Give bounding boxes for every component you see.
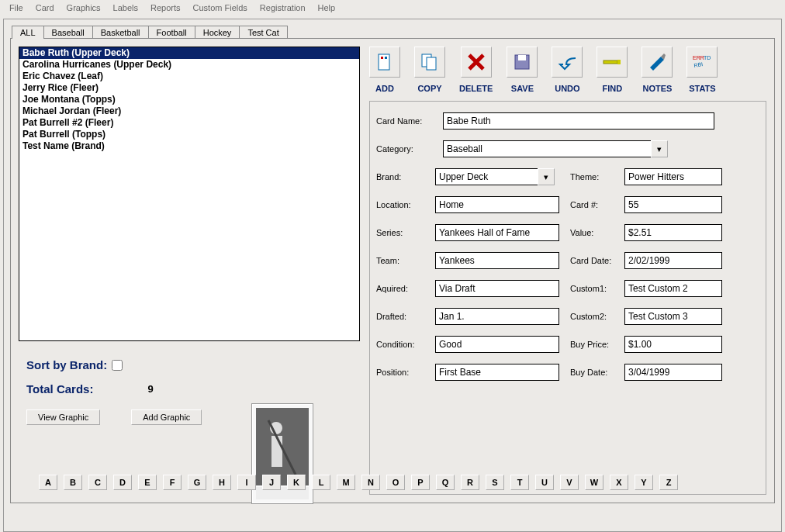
alpha-q[interactable]: Q <box>436 475 455 490</box>
alpha-i[interactable]: I <box>237 475 256 490</box>
buy-price-input[interactable] <box>624 336 722 353</box>
alpha-n[interactable]: N <box>361 475 380 490</box>
tab-football[interactable]: Football <box>148 26 195 39</box>
sort-by-brand-checkbox[interactable] <box>112 360 123 371</box>
aquired-input[interactable] <box>435 280 559 297</box>
buy-date-input[interactable] <box>624 364 722 381</box>
buy-date-label: Buy Date: <box>570 368 624 377</box>
alpha-m[interactable]: M <box>337 475 355 490</box>
add-icon[interactable] <box>369 47 400 78</box>
custom1-input[interactable] <box>624 280 722 297</box>
alpha-w[interactable]: W <box>585 475 603 490</box>
alpha-f[interactable]: F <box>163 475 182 490</box>
stats-button[interactable]: ERRTDRBISTATS <box>686 47 718 93</box>
alpha-u[interactable]: U <box>535 475 554 490</box>
alpha-p[interactable]: P <box>411 475 430 490</box>
stats-icon[interactable]: ERRTDRBI <box>686 47 718 78</box>
alpha-e[interactable]: E <box>138 475 157 490</box>
add-button[interactable]: ADD <box>369 47 400 93</box>
alpha-y[interactable]: Y <box>635 475 653 490</box>
alpha-z[interactable]: Z <box>659 475 678 490</box>
add-graphic-button[interactable]: Add Graphic <box>131 409 202 425</box>
list-item[interactable]: Michael Jordan (Fleer) <box>19 105 359 117</box>
alpha-k[interactable]: K <box>287 475 306 490</box>
find-button[interactable]: FIND <box>597 47 628 93</box>
dropdown-arrow-icon[interactable]: ▾ <box>538 168 555 185</box>
alpha-r[interactable]: R <box>461 475 479 490</box>
tab-test-cat[interactable]: Test Cat <box>239 26 287 39</box>
position-input[interactable] <box>435 364 559 381</box>
series-input[interactable] <box>435 224 559 241</box>
notes-button[interactable]: NOTES <box>641 47 673 93</box>
save-button[interactable]: SAVE <box>507 47 538 93</box>
tab-hockey[interactable]: Hockey <box>195 26 240 39</box>
menu-card[interactable]: Card <box>29 2 61 14</box>
delete-button[interactable]: DELETE <box>459 47 493 93</box>
menu-registration[interactable]: Registration <box>254 2 312 14</box>
list-item[interactable]: Carolina Hurricanes (Upper Deck) <box>19 59 359 71</box>
menu-reports[interactable]: Reports <box>144 2 187 14</box>
svg-text:TD: TD <box>704 55 711 60</box>
menu-custom-fields[interactable]: Custom Fields <box>187 2 254 14</box>
alpha-v[interactable]: V <box>560 475 579 490</box>
tab-baseball[interactable]: Baseball <box>43 26 93 39</box>
alpha-x[interactable]: X <box>610 475 628 490</box>
alpha-c[interactable]: C <box>88 475 107 490</box>
find-icon[interactable] <box>597 47 628 78</box>
delete-icon[interactable] <box>461 47 492 78</box>
alpha-b[interactable]: B <box>64 475 82 490</box>
view-graphic-button[interactable]: View Graphic <box>26 409 100 425</box>
tab-basketball[interactable]: Basketball <box>92 26 149 39</box>
card-list[interactable]: Babe Ruth (Upper Deck)Carolina Hurricane… <box>19 47 360 341</box>
alpha-s[interactable]: S <box>486 475 504 490</box>
copy-button[interactable]: COPY <box>414 47 445 93</box>
list-item[interactable]: Babe Ruth (Upper Deck) <box>19 47 359 59</box>
menu-labels[interactable]: Labels <box>107 2 144 14</box>
location-input[interactable] <box>435 196 559 213</box>
list-item[interactable]: Pat Burrell #2 (Fleer) <box>19 117 359 129</box>
alpha-o[interactable]: O <box>386 475 405 490</box>
alpha-h[interactable]: H <box>213 475 231 490</box>
category-select[interactable] <box>443 140 651 157</box>
list-item[interactable]: Joe Montana (Topps) <box>19 94 359 105</box>
alpha-l[interactable]: L <box>312 475 330 490</box>
drafted-input[interactable] <box>435 308 559 325</box>
list-item[interactable]: Pat Burrell (Topps) <box>19 129 359 140</box>
action-toolbar: ADDCOPYDELETESAVEUNDOFINDNOTESERRTDRBIST… <box>369 47 766 101</box>
category-tabs: ALLBaseballBasketballFootballHockeyTest … <box>12 26 776 39</box>
menu-help[interactable]: Help <box>312 2 342 14</box>
save-label: SAVE <box>511 84 534 93</box>
card-name-input[interactable] <box>443 112 714 130</box>
brand-select[interactable] <box>435 168 538 185</box>
copy-icon[interactable] <box>414 47 445 78</box>
alpha-d[interactable]: D <box>113 475 132 490</box>
stats-label: STATS <box>689 84 715 93</box>
alpha-j[interactable]: J <box>262 475 281 490</box>
tab-all[interactable]: ALL <box>12 26 44 39</box>
undo-button[interactable]: UNDO <box>552 47 583 93</box>
card-date-input[interactable] <box>624 252 722 269</box>
notes-icon[interactable] <box>641 47 673 78</box>
alpha-t[interactable]: T <box>510 475 529 490</box>
list-item[interactable]: Jerry Rice (Fleer) <box>19 82 359 94</box>
save-icon[interactable] <box>507 47 538 78</box>
dropdown-arrow-icon[interactable]: ▾ <box>651 140 668 157</box>
card-date-label: Card Date: <box>570 256 624 265</box>
menu-file[interactable]: File <box>3 2 29 14</box>
custom2-input[interactable] <box>624 308 722 325</box>
theme-label: Theme: <box>570 172 624 181</box>
alpha-g[interactable]: G <box>188 475 206 490</box>
alpha-a[interactable]: A <box>39 475 57 490</box>
condition-label: Condition: <box>376 340 435 349</box>
undo-icon[interactable] <box>552 47 583 78</box>
list-item[interactable]: Test Name (Brand) <box>19 140 359 152</box>
card-no-input[interactable] <box>624 196 722 213</box>
aquired-label: Aquired: <box>376 284 435 293</box>
condition-input[interactable] <box>435 336 559 353</box>
theme-input[interactable] <box>624 168 722 185</box>
card-name-label: Card Name: <box>376 116 443 126</box>
team-input[interactable] <box>435 252 559 269</box>
menu-graphics[interactable]: Graphics <box>61 2 107 14</box>
list-item[interactable]: Eric Chavez (Leaf) <box>19 71 359 82</box>
value-input[interactable] <box>624 224 722 241</box>
